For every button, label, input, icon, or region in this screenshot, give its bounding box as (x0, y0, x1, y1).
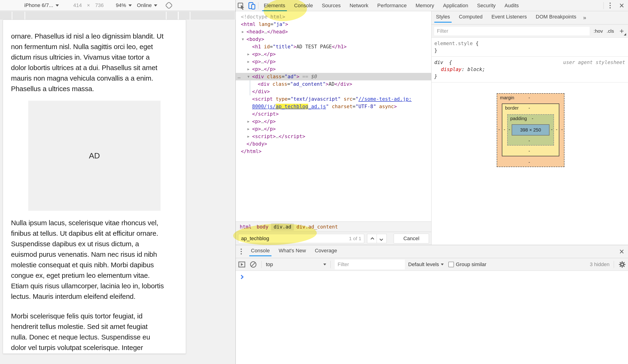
console-output[interactable] (236, 271, 628, 364)
dom-node[interactable]: <div class="ad_content">AD</div> (236, 80, 431, 88)
breadcrumb-item-div-ad-content[interactable]: div.ad_content (294, 223, 340, 231)
tab-performance[interactable]: Performance (373, 0, 411, 11)
chevron-down-icon (441, 264, 444, 265)
tab-network[interactable]: Network (345, 0, 373, 11)
console-sidebar-toggle-button[interactable] (237, 260, 246, 269)
ruler-segment (12, 12, 24, 20)
search-next-button[interactable] (377, 234, 387, 243)
search-previous-button[interactable] (367, 234, 377, 243)
expand-arrow-icon[interactable]: ▶ (247, 133, 249, 140)
border-bottom-value: - (529, 148, 530, 154)
drawer-close-button[interactable]: × (615, 246, 628, 257)
devtools-close-button[interactable]: × (615, 0, 628, 11)
new-style-rule-button[interactable]: + (618, 28, 626, 35)
box-model-diagram[interactable]: 398 × 250 margin - border - padding - - … (497, 93, 564, 167)
viewport-width-field[interactable]: 414 (73, 2, 82, 8)
dom-node[interactable]: </script> (236, 110, 431, 118)
drawer-menu-button[interactable] (236, 246, 246, 257)
code-token: = (353, 104, 356, 109)
breadcrumb-item-html[interactable]: html (237, 223, 254, 231)
dom-node[interactable]: </div> (236, 88, 431, 95)
group-similar-checkbox[interactable] (448, 262, 454, 267)
page-text-line: congue ex, eget pretium leo elementum vi… (11, 270, 178, 281)
expand-arrow-icon[interactable]: ▶ (247, 66, 249, 73)
element-style-rule[interactable]: element.style { } (432, 38, 628, 57)
ad-placeholder-box[interactable]: AD (28, 101, 160, 211)
margin-right-value: - (561, 127, 563, 132)
search-input[interactable]: ap_techblog 1 of 1 (238, 234, 364, 243)
tab-application[interactable]: Application (439, 0, 473, 11)
page-text-line: Suspendisse dapibus ex ut risus dictum, … (11, 238, 178, 249)
collapse-arrow-icon[interactable]: ▼ (242, 36, 244, 43)
viewport-height-field[interactable]: 736 (95, 2, 104, 8)
console-filter-input[interactable]: Filter (335, 260, 405, 269)
code-token: " (356, 96, 359, 102)
dom-node[interactable]: 8000/js/ap_techblog_ad.js" charset="UTF-… (236, 103, 431, 110)
tab-audits[interactable]: Audits (500, 0, 523, 11)
expand-arrow-icon[interactable]: ▶ (242, 28, 244, 36)
hidden-messages-count: 3 hidden (590, 261, 610, 268)
ad-label: AD (89, 151, 100, 160)
log-levels-select[interactable]: Default levels (408, 261, 444, 268)
dom-node[interactable]: ▶<head>…</head> (236, 28, 431, 36)
dom-node[interactable]: ▶<p>…</p> (236, 118, 431, 125)
search-query-text: ap_techblog (241, 235, 349, 242)
device-toolbar-icon (247, 1, 256, 10)
tab-elements[interactable]: Elements (259, 0, 290, 11)
dom-node[interactable]: ▶<p>…</p> (236, 125, 431, 133)
dom-node[interactable]: ▶<p>…</p> (236, 58, 431, 66)
box-model-section: 398 × 250 margin - border - padding - - … (432, 82, 628, 167)
tab-sources[interactable]: Sources (317, 0, 345, 11)
node-menu-ellipsis[interactable]: … (237, 73, 241, 80)
tab-security[interactable]: Security (473, 0, 500, 11)
rotate-button[interactable] (166, 2, 172, 8)
dom-node[interactable]: ▼<body> (236, 36, 431, 43)
sidebar-tab-dom-breakpoints[interactable]: DOM Breakpoints (531, 11, 581, 22)
dom-node[interactable]: <script type="text/javascript" src="//so… (236, 95, 431, 103)
expand-arrow-icon[interactable]: ▶ (247, 51, 249, 58)
drawer-tab-coverage[interactable]: Coverage (310, 245, 341, 256)
expand-arrow-icon[interactable]: ▶ (247, 58, 249, 66)
code-token: lang (259, 21, 271, 27)
zoom-select[interactable]: 94% (116, 2, 132, 8)
expand-arrow-icon[interactable]: ▶ (247, 125, 249, 133)
code-token: </head> (267, 29, 288, 35)
expand-arrow-icon[interactable]: ▶ (247, 118, 249, 125)
collapse-arrow-icon[interactable]: ▼ (247, 73, 249, 80)
clear-console-button[interactable] (249, 261, 257, 268)
console-settings-button[interactable] (618, 261, 626, 268)
drawer-tab-console[interactable]: Console (246, 245, 274, 256)
css-property-name[interactable]: display (441, 67, 462, 72)
devtools-menu-button[interactable] (605, 0, 615, 11)
sidebar-tab-computed[interactable]: Computed (454, 11, 487, 22)
dom-node[interactable]: <!doctype html> (236, 13, 431, 21)
tab-memory[interactable]: Memory (411, 0, 439, 11)
dom-node[interactable]: ▶<script>…</script> (236, 133, 431, 140)
margin-top-value: - (529, 95, 530, 100)
throttle-select[interactable]: Online (137, 2, 157, 8)
dom-node[interactable]: <html lang="ja"> (236, 21, 431, 28)
drawer-tab-what-s-new[interactable]: What's New (274, 245, 311, 256)
toggle-class-button[interactable]: .cls (607, 28, 614, 34)
dom-node[interactable]: ▶<p>…</p> (236, 51, 431, 58)
search-cancel-button[interactable]: Cancel (394, 234, 429, 243)
user-agent-rule[interactable]: user agent stylesheet div { display: blo… (432, 57, 628, 82)
dom-node[interactable]: <h1 id="title">AD TEST PAGE</h1> (236, 43, 431, 51)
styles-filter-input[interactable]: Filter (434, 26, 590, 36)
dom-node[interactable]: ▶<p>…</p> (236, 66, 431, 73)
device-select[interactable]: iPhone 6/7... (24, 2, 59, 8)
breadcrumb-item-body[interactable]: body (254, 223, 271, 231)
dom-node[interactable]: </html> (236, 148, 431, 155)
inspect-element-button[interactable] (236, 0, 246, 11)
sidebar-tab-event-listeners[interactable]: Event Listeners (487, 11, 531, 22)
css-property-value[interactable]: block; (468, 67, 485, 72)
sidebar-tab-styles[interactable]: Styles (432, 11, 454, 22)
breadcrumb-item-div-ad[interactable]: div.ad (271, 223, 294, 231)
dom-node-selected[interactable]: ▼…<div class="ad"> == $0 (236, 73, 431, 80)
execution-context-select[interactable]: top (266, 261, 326, 268)
tab-overflow-button[interactable]: » (581, 14, 589, 21)
dom-node[interactable]: </body> (236, 140, 431, 148)
toggle-pseudo-class-button[interactable]: :hov (594, 28, 603, 34)
toggle-device-toolbar-button[interactable] (246, 0, 257, 11)
tab-console[interactable]: Console (290, 0, 317, 11)
